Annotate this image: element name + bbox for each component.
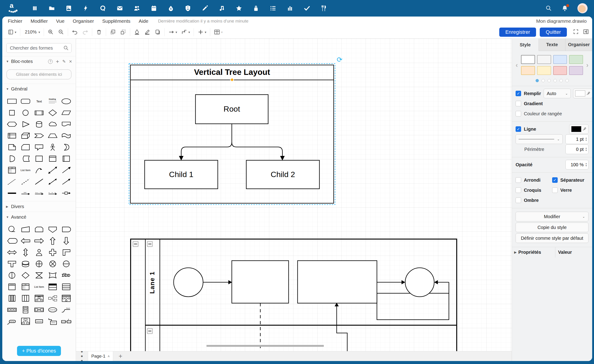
style-page-dot-1[interactable]: [542, 79, 545, 82]
tree-child2-node[interactable]: Child 2: [246, 160, 319, 189]
connection-style-icon[interactable]: ▾: [166, 28, 179, 36]
line-style-select[interactable]: ⌄: [516, 134, 563, 144]
shape-tree-diagram[interactable]: [32, 292, 46, 304]
shape-list-2[interactable]: ListItem 1Item 2Item 3: [19, 281, 32, 292]
shape-line[interactable]: [32, 176, 46, 187]
style-page-dot-0[interactable]: [536, 79, 539, 82]
gradient-checkbox[interactable]: [516, 101, 521, 106]
shape-container[interactable]: [32, 153, 46, 164]
arrondi-checkbox[interactable]: [516, 177, 521, 183]
tab-style[interactable]: Style: [512, 39, 539, 51]
shape-square[interactable]: [5, 107, 19, 118]
style-swatch-6[interactable]: [553, 66, 567, 75]
add-page-button[interactable]: +: [113, 351, 128, 361]
money-icon[interactable]: $: [167, 5, 174, 12]
music-icon[interactable]: [218, 5, 225, 12]
section-header-avancé[interactable]: ▼Avancé: [2, 212, 76, 222]
save-button[interactable]: Enregistrer: [499, 27, 536, 37]
shape-bidirectional-arrow[interactable]: [46, 164, 59, 176]
shape-hexagon[interactable]: [5, 118, 19, 130]
shadow-icon[interactable]: [152, 28, 163, 36]
shape-central-idea[interactable]: Central Idea: [46, 304, 59, 316]
chart-icon[interactable]: [287, 5, 293, 12]
stack-icon[interactable]: [252, 5, 259, 12]
zoom-level-select[interactable]: 210%▾: [22, 28, 42, 36]
style-page-dot-2[interactable]: [547, 79, 551, 82]
shape-arrow-shape[interactable]: [59, 164, 73, 176]
shape-divided-boxes[interactable]: Sub SectionSub Section: [59, 316, 73, 327]
shape-heading[interactable]: Heading: [46, 96, 59, 107]
edit-style-button[interactable]: Modifier⌄: [516, 212, 588, 221]
delete-icon[interactable]: [94, 28, 104, 36]
shape-division[interactable]: Division: [46, 316, 59, 327]
app-logo-icon[interactable]: a: [7, 2, 18, 15]
image-icon[interactable]: [65, 5, 72, 12]
swatch-next-icon[interactable]: ›: [584, 61, 591, 69]
check-icon[interactable]: [304, 5, 310, 12]
fill-checkbox[interactable]: ✓: [516, 91, 521, 96]
pages-menu-icon[interactable]: ●●●: [76, 351, 88, 361]
shape-document[interactable]: [59, 118, 73, 130]
list-icon[interactable]: [270, 5, 277, 12]
shape-hourglass[interactable]: [32, 270, 46, 281]
shape-arrow-down[interactable]: [59, 235, 73, 247]
shape-flow-row[interactable]: [5, 304, 19, 316]
shape-split-circle[interactable]: [5, 270, 19, 281]
croquis-checkbox[interactable]: [516, 187, 521, 193]
shape-directional-edge[interactable]: [59, 176, 73, 187]
help-icon[interactable]: ?: [48, 59, 53, 64]
lane2-collapse-icon[interactable]: [147, 328, 152, 334]
shape-arrow-label-3[interactable]: SrcLblTgt: [46, 187, 59, 199]
shape-curve[interactable]: [32, 164, 46, 176]
style-swatch-3[interactable]: [569, 55, 583, 64]
shape-parallelogram[interactable]: [59, 107, 73, 118]
perimeter-input[interactable]: 0 pt▲▼: [566, 144, 588, 154]
undo-icon[interactable]: [70, 28, 80, 36]
style-swatch-2[interactable]: [553, 55, 567, 64]
shape-user[interactable]: [32, 247, 46, 258]
food-icon[interactable]: [321, 5, 327, 12]
shape-branch[interactable]: Branch: [59, 304, 73, 316]
swatch-prev-icon[interactable]: ‹: [513, 61, 520, 69]
menu-aide[interactable]: Aide: [139, 18, 148, 24]
shape-rectangle[interactable]: [5, 96, 19, 107]
shape-text[interactable]: Text: [32, 96, 46, 107]
shape-callout[interactable]: [32, 142, 46, 153]
shape-actor[interactable]: [46, 142, 59, 153]
format-panel-toggle-icon[interactable]: ▾: [6, 28, 18, 36]
tree-root-node[interactable]: Root: [196, 95, 268, 124]
style-swatch-0[interactable]: [521, 55, 535, 64]
menu-suppléments[interactable]: Suppléments: [102, 18, 131, 24]
style-swatch-1[interactable]: [537, 55, 551, 64]
shape-sub-topic[interactable]: Sub Topic: [5, 316, 19, 327]
shape-list[interactable]: ListItem 1Item 2Item 3: [5, 164, 19, 176]
scratchpad-header[interactable]: ▼ Bloc-notes ? + ✎ ×: [2, 56, 76, 67]
shape-container-2[interactable]: Container: [5, 281, 19, 292]
lane1-collapse-icon[interactable]: [147, 241, 152, 247]
shape-chevron-list[interactable]: [59, 270, 73, 281]
shape-bidirectional-edge[interactable]: [46, 176, 59, 187]
menu-fichier[interactable]: Fichier: [8, 18, 22, 24]
exit-button[interactable]: Quitter: [540, 27, 567, 37]
zoom-in-icon[interactable]: [46, 28, 56, 36]
shape-cross[interactable]: [46, 247, 59, 258]
shape-search-input[interactable]: [7, 43, 72, 53]
menu-vue[interactable]: Vue: [56, 18, 65, 24]
shape-organisation[interactable]: Organisation: [32, 316, 46, 327]
fill-mode-select[interactable]: Auto⌄: [544, 89, 571, 98]
last-modified-status[interactable]: Dernière modification il y a moins d'une…: [158, 19, 248, 24]
shape-diamond-2[interactable]: [19, 270, 32, 281]
shape-cloud[interactable]: [46, 118, 59, 130]
shape-dashed-line[interactable]: [19, 176, 32, 187]
section-header-divers[interactable]: ▶Divers: [2, 201, 76, 212]
shape-list-item[interactable]: List Item: [19, 164, 32, 176]
shape-flow-column[interactable]: [19, 304, 32, 316]
séparateur-checkbox[interactable]: ✓: [552, 177, 558, 183]
shape-note[interactable]: [5, 142, 19, 153]
ombre-checkbox[interactable]: [516, 197, 521, 203]
bolt-icon[interactable]: [82, 5, 89, 12]
zoom-out-icon[interactable]: [56, 28, 66, 36]
bpmn-shapes[interactable]: [174, 261, 449, 351]
shape-table-dark[interactable]: [46, 281, 59, 292]
title-handle[interactable]: [230, 78, 234, 82]
